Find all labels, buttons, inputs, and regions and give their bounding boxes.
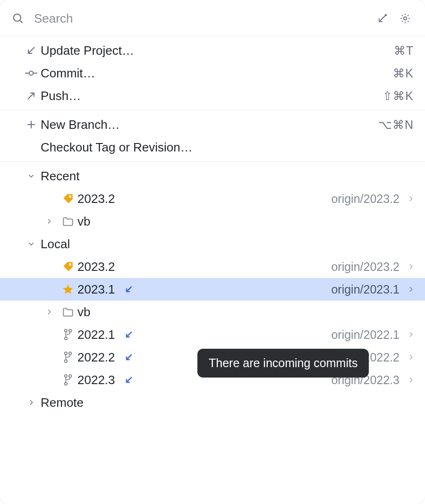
action-update-project[interactable]: Update Project… ⌘T	[0, 39, 425, 62]
action-label: Checkout Tag or Revision…	[41, 140, 414, 155]
search-input[interactable]	[26, 11, 374, 26]
svg-line-1	[20, 20, 22, 23]
action-label: Update Project…	[41, 43, 394, 58]
action-commit[interactable]: Commit… ⌘K	[0, 62, 425, 84]
chevron-down-icon	[22, 172, 41, 180]
vcs-branches-popup: Update Project… ⌘T Commit… ⌘K Push… ⇧⌘K …	[0, 0, 425, 504]
header-icons	[374, 10, 414, 27]
branch-name: 2022.1	[77, 328, 122, 342]
divider	[0, 36, 425, 36]
branch-local-2022-1[interactable]: 2022.1 origin/2022.1	[0, 323, 425, 346]
tag-icon	[59, 260, 77, 273]
branch-name: 2023.2	[77, 192, 122, 206]
svg-point-9	[69, 195, 71, 198]
branch-local-2023-1[interactable]: 2023.1 origin/2023.1	[0, 278, 425, 301]
action-new-branch[interactable]: New Branch… ⌥⌘N	[0, 113, 425, 136]
star-icon	[59, 283, 77, 295]
incoming-arrow-icon	[122, 375, 136, 385]
branch-recent-2023-2[interactable]: 2023.2 origin/2023.2	[0, 187, 425, 210]
chevron-right-icon	[40, 308, 59, 316]
category-label: Recent	[41, 169, 79, 184]
category-recent[interactable]: Recent	[0, 165, 425, 187]
branch-name: 2023.2	[77, 260, 122, 274]
chevron-right-icon	[404, 353, 417, 361]
commit-icon	[22, 67, 41, 79]
branch-local-2023-2[interactable]: 2023.2 origin/2023.2	[0, 255, 425, 278]
branch-icon	[59, 351, 77, 363]
incoming-arrow-icon	[122, 353, 136, 362]
action-shortcut: ⌥⌘N	[378, 118, 414, 132]
action-shortcut: ⇧⌘K	[382, 89, 414, 103]
svg-point-10	[69, 263, 71, 266]
search-row	[0, 4, 425, 33]
svg-point-19	[65, 383, 68, 386]
svg-point-11	[65, 329, 68, 332]
fetch-icon[interactable]	[374, 10, 391, 27]
action-label: New Branch…	[41, 118, 378, 132]
arrow-up-right-icon	[22, 90, 41, 101]
tracking-label: origin/2023.1	[331, 283, 404, 296]
svg-point-15	[69, 352, 72, 355]
category-label: Local	[41, 237, 70, 252]
tracking-label: origin/2022.1	[331, 328, 404, 342]
svg-point-18	[69, 375, 72, 378]
plus-icon	[22, 119, 41, 130]
arrow-down-left-icon	[22, 45, 41, 56]
branch-icon	[59, 328, 77, 341]
svg-point-16	[65, 360, 68, 363]
chevron-right-icon	[404, 263, 417, 270]
action-shortcut: ⌘K	[393, 67, 414, 80]
svg-point-12	[69, 329, 72, 332]
gear-icon[interactable]	[397, 10, 414, 27]
branch-name: vb	[77, 214, 97, 229]
category-local[interactable]: Local	[0, 233, 425, 255]
tag-icon	[59, 193, 77, 205]
incoming-commits-tooltip: There are incoming commits	[197, 349, 369, 378]
tracking-label: origin/2023.2	[331, 260, 404, 274]
chevron-down-icon	[22, 240, 41, 248]
divider	[0, 161, 425, 162]
search-icon	[9, 10, 26, 27]
branch-name: 2022.3	[77, 373, 122, 387]
svg-point-14	[65, 352, 68, 355]
action-label: Push…	[41, 89, 382, 103]
chevron-right-icon	[404, 286, 417, 293]
chevron-right-icon	[404, 195, 417, 202]
action-push[interactable]: Push… ⇧⌘K	[0, 84, 425, 107]
svg-point-3	[404, 17, 407, 20]
chevron-right-icon	[22, 399, 41, 406]
folder-icon	[59, 306, 77, 318]
action-label: Commit…	[41, 66, 393, 81]
incoming-arrow-icon	[122, 285, 136, 294]
action-checkout-tag[interactable]: Checkout Tag or Revision…	[0, 136, 425, 159]
folder-icon	[59, 215, 77, 227]
action-shortcut: ⌘T	[394, 44, 414, 58]
chevron-right-icon	[404, 376, 417, 384]
category-label: Remote	[41, 395, 84, 410]
branch-name: vb	[77, 305, 97, 319]
branch-local-vb-folder[interactable]: vb	[0, 301, 425, 323]
svg-point-0	[14, 14, 21, 21]
branch-recent-vb-folder[interactable]: vb	[0, 210, 425, 233]
branch-name: 2023.1	[77, 282, 122, 297]
divider	[0, 110, 425, 110]
category-remote[interactable]: Remote	[0, 391, 425, 414]
svg-point-2	[385, 14, 387, 16]
svg-point-17	[65, 375, 68, 378]
branch-name: 2022.2	[77, 350, 122, 365]
svg-point-5	[29, 71, 33, 75]
tracking-label: origin/2023.2	[331, 192, 404, 206]
chevron-right-icon	[404, 331, 417, 338]
incoming-arrow-icon	[122, 330, 136, 339]
branch-icon	[59, 374, 77, 386]
svg-point-13	[65, 337, 68, 340]
chevron-right-icon	[40, 218, 59, 225]
